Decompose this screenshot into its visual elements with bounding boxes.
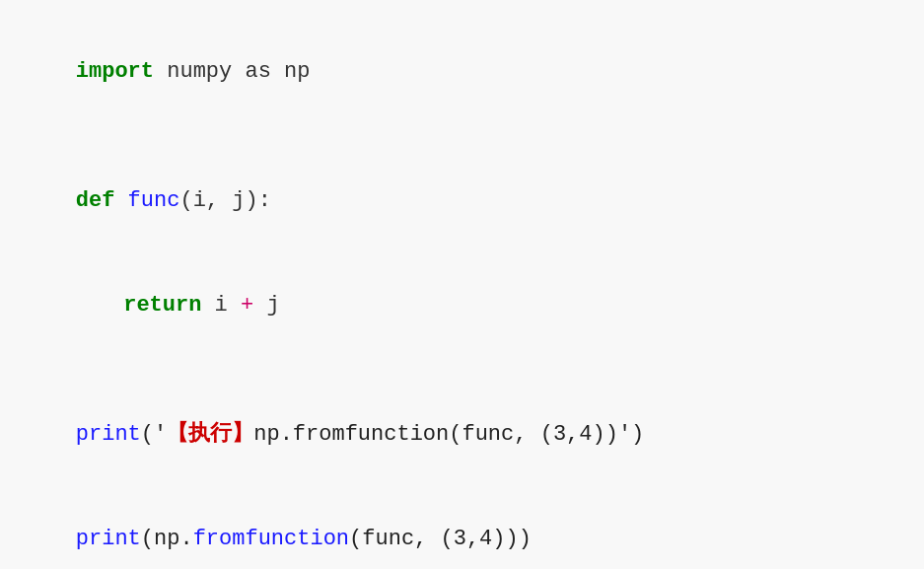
code-line-7: print(np.fromfunction(func, (3,4)))	[24, 486, 900, 569]
code-line-6: print('【执行】np.fromfunction(func, (3,4))'…	[24, 383, 900, 487]
alias-np: np	[271, 59, 311, 84]
fn-fromfunction: fromfunction	[193, 527, 349, 551]
code-line-3: def func(i, j):	[24, 149, 900, 253]
var-i: i	[201, 293, 241, 318]
var-j: j	[253, 293, 279, 318]
keyword-as: as	[245, 59, 270, 84]
str-close: ')	[618, 422, 644, 447]
fn-print-1: print	[76, 422, 141, 447]
empty-line-1	[24, 124, 900, 150]
code-line-1: import numpy as np	[24, 20, 900, 124]
str-content: np.fromfunction(func, (3,4))	[253, 422, 618, 447]
keyword-import: import	[76, 59, 154, 84]
function-params: (i, j):	[179, 188, 270, 213]
fn-print-2: print	[76, 527, 141, 551]
code-block: import numpy as np def func(i, j): retur…	[0, 0, 924, 569]
function-name: func	[114, 188, 179, 213]
str-open: ('	[141, 422, 167, 447]
fn-args: (func, (3,4)))	[349, 527, 532, 551]
code-line-4: return i + j	[24, 253, 900, 358]
keyword-return: return	[123, 293, 201, 318]
keyword-def: def	[76, 188, 115, 213]
bracket-label-open: 【执行】	[167, 422, 253, 447]
np-call: (np.	[141, 527, 193, 551]
module-numpy: numpy	[154, 59, 245, 84]
operator-plus: +	[241, 293, 253, 318]
empty-line-2	[24, 357, 900, 383]
